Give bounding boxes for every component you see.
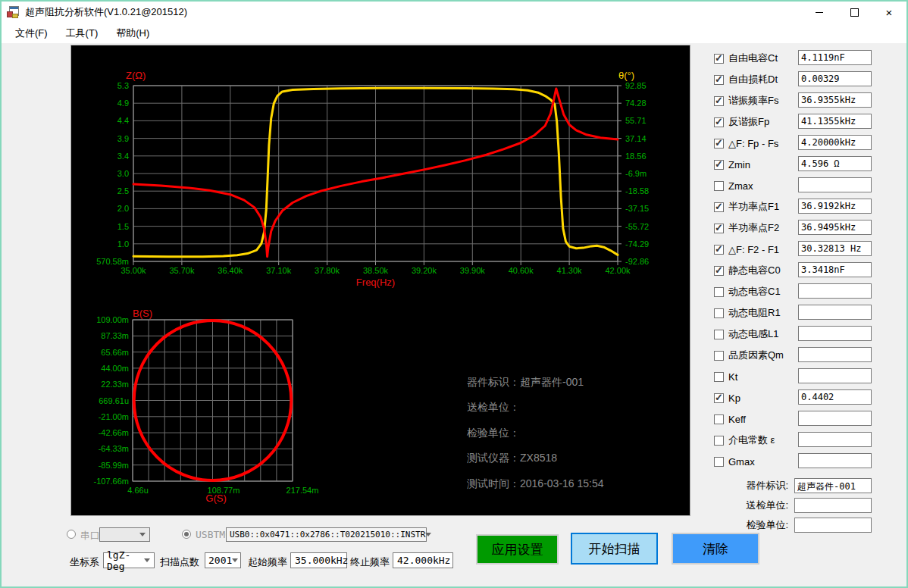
param-value-input[interactable]	[798, 368, 872, 383]
param-label: 动态电容C1	[728, 285, 781, 299]
info-line: 送检单位：	[467, 401, 520, 414]
freq-axis-tick: 39.90k	[451, 265, 493, 276]
param-value-input[interactable]: 30.32813 Hz	[798, 241, 872, 256]
param-value-input[interactable]: 3.3418nF	[798, 262, 872, 277]
usbtmc-address-combo[interactable]: USB0::0x0471::0x2786::T020215010::INSTR	[226, 527, 427, 542]
param-checkbox[interactable]	[714, 372, 724, 382]
serial-label: 串口	[80, 529, 100, 543]
param-label: 品质因素Qm	[728, 349, 784, 362]
close-button[interactable]: ×	[872, 2, 906, 23]
menu-item-help[interactable]: 帮助(H)	[107, 23, 158, 44]
z-axis-tick: 3.9	[85, 133, 129, 144]
device-field-input[interactable]	[794, 518, 872, 533]
param-checkbox[interactable]	[714, 202, 724, 212]
param-value-input[interactable]	[798, 305, 872, 320]
start-scan-button[interactable]: 开始扫描	[571, 533, 658, 565]
param-value-input[interactable]	[798, 432, 872, 447]
clear-button[interactable]: 清除	[672, 533, 759, 565]
param-value-input[interactable]	[798, 347, 872, 362]
param-checkbox[interactable]	[714, 117, 724, 127]
chevron-down-icon	[139, 533, 146, 536]
menu-item-file[interactable]: 文件(F)	[6, 23, 57, 44]
z-axis-tick: 4.4	[85, 115, 129, 126]
param-value-input[interactable]: 36.9192kHz	[798, 199, 872, 214]
b-axis-tick: 87.33m	[82, 330, 129, 341]
serial-port-combo[interactable]	[99, 527, 150, 542]
stop-freq-input[interactable]: 42.000kHz	[393, 552, 453, 568]
z-axis-tick: 2.5	[85, 186, 129, 196]
param-checkbox[interactable]	[714, 160, 724, 170]
param-value-input[interactable]	[798, 326, 872, 341]
device-field-label: 送检单位:	[711, 499, 788, 512]
maximize-icon	[850, 8, 859, 17]
param-checkbox[interactable]	[714, 54, 724, 64]
param-row: 动态电容C1	[711, 281, 905, 302]
b-axis-tick: -42.66m	[82, 427, 129, 438]
param-value-input[interactable]	[798, 411, 872, 426]
param-label: Kp	[728, 393, 740, 404]
param-value-input[interactable]	[798, 177, 872, 192]
usbtmc-address-value: USB0::0x0471::0x2786::T020215010::INSTR	[230, 530, 425, 540]
b-axis-label: B(S)	[133, 308, 152, 319]
freq-axis-label: Freq(Hz)	[133, 277, 618, 288]
z-axis-label: Z(Ω)	[126, 70, 146, 81]
param-value-input[interactable]: 4.20000kHz	[798, 135, 872, 150]
z-axis-tick: 4.9	[85, 98, 129, 108]
param-checkbox[interactable]	[714, 96, 724, 106]
titlebar: 超声阻抗分析软件(V1.0.21@201512) ×	[2, 2, 906, 23]
close-icon: ×	[886, 7, 893, 18]
param-checkbox[interactable]	[714, 266, 724, 276]
param-label: Gmax	[728, 456, 755, 468]
param-value-input[interactable]: 4.1119nF	[798, 50, 872, 65]
param-checkbox[interactable]	[714, 330, 724, 339]
param-row: 品质因素Qm	[711, 345, 905, 366]
start-freq-input[interactable]: 35.000kHz	[290, 552, 347, 568]
param-checkbox[interactable]	[714, 414, 724, 424]
param-checkbox[interactable]	[714, 436, 724, 446]
param-value-input[interactable]: 0.4402	[798, 389, 872, 405]
param-checkbox[interactable]	[714, 393, 724, 403]
param-checkbox[interactable]	[714, 139, 724, 149]
stop-freq-label: 终止频率	[350, 555, 390, 569]
coord-system-combo[interactable]: lgZ-Deg	[103, 552, 155, 568]
param-checkbox[interactable]	[714, 181, 724, 191]
param-value-input[interactable]: 36.9355kHz	[798, 92, 872, 108]
freq-axis-tick: 37.80k	[306, 265, 349, 276]
device-field-input[interactable]	[794, 498, 872, 513]
minimize-icon	[816, 12, 823, 13]
param-checkbox[interactable]	[714, 308, 724, 318]
serial-radio[interactable]	[67, 530, 76, 539]
chevron-down-icon	[425, 533, 431, 536]
param-value-input[interactable]: 36.9495kHz	[798, 220, 872, 235]
scan-points-combo[interactable]: 2001	[205, 552, 241, 568]
param-checkbox[interactable]	[714, 75, 724, 85]
param-checkbox[interactable]	[714, 245, 724, 255]
param-label: 自由损耗Dt	[728, 73, 778, 86]
param-value-input[interactable]	[798, 283, 872, 299]
freq-axis-tick: 39.20k	[402, 265, 445, 276]
param-checkbox[interactable]	[714, 224, 724, 233]
maximize-button[interactable]	[837, 2, 872, 23]
param-value-input[interactable]: 4.596 Ω	[798, 156, 872, 171]
param-value-input[interactable]: 0.00329	[798, 71, 872, 86]
b-axis-tick: -85.99m	[82, 460, 129, 471]
param-label: 介电常数 ε	[728, 433, 775, 447]
device-field-input[interactable]: 超声器件-001	[794, 478, 872, 493]
param-value-input[interactable]	[798, 453, 872, 468]
param-row: 自由电容Ct4.1119nF	[711, 48, 905, 69]
param-checkbox[interactable]	[714, 457, 724, 467]
param-value-input[interactable]: 41.1355kHz	[798, 114, 872, 129]
z-axis-tick: 3.0	[85, 168, 129, 179]
g-axis-tick: 4.66u	[111, 485, 164, 496]
theta-axis-tick: -37.15	[625, 203, 649, 214]
usbtmc-radio[interactable]	[182, 530, 191, 539]
param-checkbox[interactable]	[714, 287, 724, 297]
chevron-down-icon	[144, 558, 150, 562]
param-checkbox[interactable]	[714, 351, 724, 361]
chevron-down-icon	[232, 558, 238, 562]
minimize-button[interactable]	[802, 2, 837, 23]
z-axis-tick: 3.4	[85, 151, 129, 161]
app-window: 超声阻抗分析软件(V1.0.21@201512) × 文件(F) 工具(T) 帮…	[0, 0, 908, 588]
apply-settings-button[interactable]: 应用设置	[476, 534, 559, 565]
menu-item-tools[interactable]: 工具(T)	[57, 23, 108, 44]
